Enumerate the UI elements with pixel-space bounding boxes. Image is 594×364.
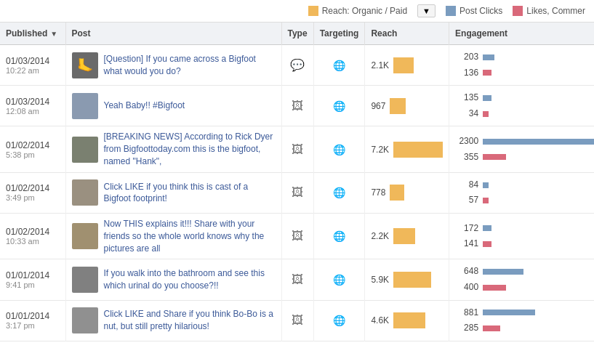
post-cell: [BREAKING NEWS] According to Rick Dyer f…: [65, 126, 281, 172]
likes-count: 57: [455, 193, 478, 209]
targeting-icon: 🌐: [333, 187, 345, 198]
time-value: 9:41 pm: [6, 280, 60, 289]
post-cell: Click LIKE if you think this is cast of …: [65, 172, 281, 213]
post-link[interactable]: [Question] If you came across a Bigfoot …: [104, 53, 276, 78]
likes-count: 400: [455, 280, 478, 296]
reach-bar: [390, 98, 406, 114]
reach-cell: 778: [365, 172, 449, 213]
post-cell: Now THIS explains it!!! Share with your …: [65, 213, 281, 259]
reach-number: 778: [371, 187, 385, 198]
post-link[interactable]: Click LIKE if you think this is cast of …: [104, 181, 276, 206]
engagement-cell: 203 136: [449, 45, 594, 86]
likes-row: 285: [455, 320, 594, 336]
likes-swatch: [513, 6, 523, 16]
clicks-bar: [483, 54, 494, 60]
post-link[interactable]: Now THIS explains it!!! Share with your …: [104, 218, 276, 254]
clicks-swatch: [446, 6, 456, 16]
type-cell: 💬: [281, 45, 313, 86]
type-cell: 🖼: [281, 213, 313, 259]
reach-number: 7.2K: [371, 145, 389, 155]
date-value: 01/02/2014: [6, 140, 60, 150]
time-value: 10:22 am: [6, 66, 60, 75]
reach-cell: 967: [365, 86, 449, 126]
likes-bar: [483, 154, 506, 160]
post-link[interactable]: [BREAKING NEWS] According to Rick Dyer f…: [104, 131, 276, 167]
published-header[interactable]: Published ▼: [0, 23, 65, 45]
targeting-header: Targeting: [313, 23, 365, 45]
date-cell: 01/02/2014 10:33 am: [0, 213, 65, 259]
reach-cell: 2.1K: [365, 45, 449, 86]
clicks-count: 172: [455, 221, 478, 237]
table-row: 01/03/2014 12:08 am Yeah Baby!! #Bigfoot…: [0, 86, 594, 126]
reach-cell: 2.2K: [365, 213, 449, 259]
likes-count: 355: [455, 150, 478, 166]
engagement-header: Engagement: [449, 23, 594, 45]
reach-bar: [393, 312, 425, 328]
reach-cell: 4.6K: [365, 300, 449, 341]
table-header-row: Published ▼ Post Type Targeting Reach En…: [0, 23, 594, 45]
post-thumbnail: 🦶: [72, 52, 98, 78]
table-row: 01/02/2014 10:33 am Now THIS explains it…: [0, 213, 594, 259]
time-value: 5:38 pm: [6, 150, 60, 159]
time-value: 3:17 pm: [6, 321, 60, 330]
engagement-cell: 135 34: [449, 86, 594, 126]
likes-bar: [483, 70, 491, 76]
date-cell: 01/02/2014 3:49 pm: [0, 172, 65, 213]
post-link[interactable]: If you walk into the bathroom and see th…: [104, 267, 276, 292]
post-link[interactable]: Yeah Baby!! #Bigfoot: [104, 100, 185, 112]
clicks-count: 2300: [455, 134, 478, 150]
date-cell: 01/01/2014 3:17 pm: [0, 300, 65, 341]
clicks-count: 203: [455, 49, 478, 65]
date-value: 01/03/2014: [6, 56, 60, 66]
type-cell: 🖼: [281, 172, 313, 213]
date-cell: 01/03/2014 10:22 am: [0, 45, 65, 86]
date-cell: 01/01/2014 9:41 pm: [0, 259, 65, 300]
type-icon: 🖼: [292, 100, 303, 112]
post-thumbnail: [72, 137, 98, 163]
date-cell: 01/03/2014 12:08 am: [0, 86, 65, 126]
targeting-cell: 🌐: [313, 45, 365, 86]
date-value: 01/03/2014: [6, 97, 60, 107]
legend-dropdown-button[interactable]: ▼: [417, 4, 436, 17]
likes-bar: [483, 241, 491, 247]
type-cell: 🖼: [281, 300, 313, 341]
likes-count: 141: [455, 236, 478, 252]
likes-bar: [483, 198, 489, 203]
reach-bar: [393, 272, 431, 288]
post-thumbnail: [72, 179, 98, 206]
table-row: 01/01/2014 3:17 pm Click LIKE and Share …: [0, 300, 594, 341]
legend-bar: Reach: Organic / Paid ▼ Post Clicks Like…: [0, 0, 594, 23]
post-cell: If you walk into the bathroom and see th…: [65, 259, 281, 300]
type-icon: 🖼: [292, 230, 303, 242]
targeting-cell: 🌐: [313, 126, 365, 172]
clicks-bar: [483, 269, 523, 275]
clicks-bar: [483, 225, 491, 231]
sort-icon: ▼: [50, 30, 57, 38]
reach-bar: [393, 57, 414, 73]
targeting-icon: 🌐: [333, 274, 345, 286]
likes-row: 355: [455, 150, 594, 166]
post-header: Post: [65, 23, 281, 45]
engagement-cell: 881 285: [449, 300, 594, 341]
reach-number: 4.6K: [371, 315, 389, 325]
date-value: 01/01/2014: [6, 270, 60, 280]
legend-likes: Likes, Commer: [513, 6, 585, 16]
type-cell: 🖼: [281, 126, 313, 172]
time-value: 12:08 am: [6, 107, 60, 116]
targeting-cell: 🌐: [313, 259, 365, 300]
clicks-label: Post Clicks: [459, 6, 502, 16]
table-row: 01/02/2014 3:49 pm Click LIKE if you thi…: [0, 172, 594, 213]
post-thumbnail: [72, 267, 98, 293]
likes-count: 285: [455, 320, 478, 336]
thumb-icon: 🦶: [77, 57, 93, 73]
clicks-bar: [483, 139, 594, 145]
date-value: 01/01/2014: [6, 311, 60, 321]
engagement-cell: 2300 355: [449, 126, 594, 172]
reach-bar: [390, 185, 404, 201]
clicks-row: 881: [455, 305, 594, 321]
type-icon: 🖼: [292, 186, 303, 198]
time-value: 10:33 am: [6, 237, 60, 246]
post-link[interactable]: Click LIKE and Share if you think Bo-Bo …: [104, 308, 276, 333]
engagement-cell: 172 141: [449, 213, 594, 259]
type-cell: 🖼: [281, 259, 313, 300]
